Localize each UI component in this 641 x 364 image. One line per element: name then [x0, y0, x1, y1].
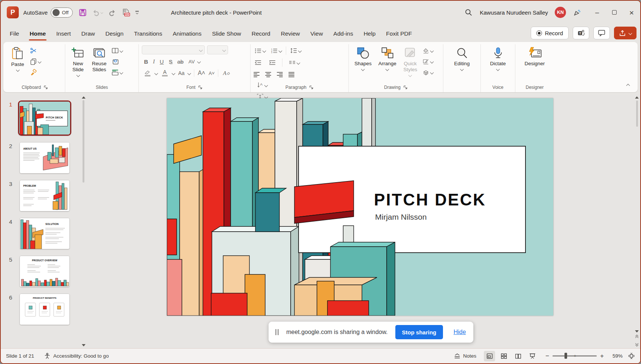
- drawing-dialog-launcher-icon[interactable]: [404, 85, 408, 90]
- accessibility-status[interactable]: Accessibility: Good to go: [44, 353, 109, 360]
- undo-button[interactable]: [92, 8, 103, 16]
- highlight-color-button[interactable]: [143, 70, 152, 76]
- record-button[interactable]: Record: [531, 27, 569, 39]
- align-center-button[interactable]: [265, 72, 271, 77]
- fit-slide-button[interactable]: [628, 352, 635, 360]
- tab-home[interactable]: Home: [24, 26, 51, 42]
- section-button[interactable]: [111, 68, 124, 76]
- align-left-button[interactable]: [254, 72, 260, 77]
- strikethrough-button[interactable]: ab: [177, 58, 184, 65]
- zoom-in-button[interactable]: +: [600, 352, 604, 360]
- new-slide-button[interactable]: New Slide: [68, 45, 88, 78]
- thumbnail-slide-1[interactable]: 1 PITCH DECK: [1, 100, 80, 136]
- quick-styles-button[interactable]: Quick Styles: [401, 45, 420, 78]
- notes-button[interactable]: Notes: [454, 353, 476, 359]
- italic-button[interactable]: I: [153, 58, 155, 65]
- tab-design[interactable]: Design: [100, 26, 129, 42]
- font-size-combo[interactable]: [207, 45, 228, 54]
- line-spacing-button[interactable]: [289, 46, 302, 55]
- tab-add-ins[interactable]: Add-ins: [328, 26, 359, 42]
- scrollbar-thumb[interactable]: [636, 100, 638, 127]
- tab-record[interactable]: Record: [246, 26, 276, 42]
- font-color-dropdown-icon[interactable]: [172, 71, 176, 75]
- zoom-slider-thumb[interactable]: [564, 353, 567, 359]
- format-painter-button[interactable]: [29, 68, 42, 76]
- tab-draw[interactable]: Draw: [76, 26, 100, 42]
- slide-canvas[interactable]: PITCH DECK Mirjam Nilsson: [167, 98, 553, 316]
- zoom-level[interactable]: 59%: [609, 353, 623, 359]
- tab-transitions[interactable]: Transitions: [129, 26, 167, 42]
- paste-button[interactable]: Paste: [8, 45, 27, 72]
- teams-share-button[interactable]: T: [573, 27, 589, 39]
- minimize-button[interactable]: –: [588, 7, 606, 18]
- bold-button[interactable]: B: [144, 58, 148, 65]
- close-button[interactable]: ×: [623, 7, 640, 18]
- tab-animations[interactable]: Animations: [167, 26, 207, 42]
- search-button[interactable]: [464, 8, 473, 17]
- share-button[interactable]: [614, 27, 636, 39]
- paragraph-dialog-launcher-icon[interactable]: [309, 85, 314, 90]
- comments-button[interactable]: [593, 27, 610, 39]
- scroll-down-arrow-icon[interactable]: [635, 330, 639, 333]
- tab-foxit-pdf[interactable]: Foxit PDF: [381, 26, 417, 42]
- redo-button[interactable]: [108, 8, 116, 16]
- zoom-out-button[interactable]: −: [545, 352, 549, 360]
- font-name-combo[interactable]: [142, 45, 205, 54]
- thumbnail-slide-2[interactable]: 2 ABOUT US: [1, 142, 80, 174]
- reset-slide-button[interactable]: [111, 57, 124, 66]
- editing-button[interactable]: Editing: [448, 45, 476, 72]
- scroll-down-arrow-icon[interactable]: [82, 344, 86, 346]
- tab-view[interactable]: View: [305, 26, 328, 42]
- editor-scrollbar[interactable]: [633, 94, 640, 348]
- increase-indent-button[interactable]: [268, 58, 277, 67]
- copy-button[interactable]: [29, 57, 42, 66]
- scroll-up-arrow-icon[interactable]: [82, 96, 86, 99]
- normal-view-button[interactable]: [484, 351, 495, 361]
- tab-insert[interactable]: Insert: [51, 26, 76, 42]
- autosave-toggle[interactable]: AutoSave Off: [23, 7, 73, 18]
- align-right-button[interactable]: [277, 72, 283, 77]
- change-case-button[interactable]: Aa: [178, 70, 185, 76]
- feedback-button[interactable]: [573, 8, 582, 17]
- tab-review[interactable]: Review: [276, 26, 305, 42]
- clipboard-dialog-launcher-icon[interactable]: [44, 85, 48, 90]
- scroll-up-arrow-icon[interactable]: [635, 96, 639, 99]
- maximize-button[interactable]: [606, 7, 623, 18]
- change-case-dropdown-icon[interactable]: [188, 71, 191, 75]
- shape-effects-button[interactable]: [422, 68, 434, 76]
- shrink-font-button[interactable]: A˅: [209, 70, 215, 76]
- slide-indicator[interactable]: Slide 1 of 21: [6, 353, 34, 359]
- tab-slide-show[interactable]: Slide Show: [207, 26, 246, 42]
- arrange-button[interactable]: Arrange: [376, 45, 399, 72]
- next-slide-button[interactable]: [636, 342, 638, 347]
- font-dialog-launcher-icon[interactable]: [198, 85, 203, 90]
- numbering-button[interactable]: 123: [270, 46, 283, 55]
- thumbnail-slide-3[interactable]: 3 PROBLEM: [1, 180, 80, 211]
- tab-help[interactable]: Help: [358, 26, 381, 42]
- columns-button[interactable]: [288, 58, 301, 67]
- justify-button[interactable]: [288, 72, 294, 77]
- dictate-button[interactable]: Dictate: [487, 45, 508, 72]
- slide-subtitle[interactable]: Mirjam Nilsson: [375, 213, 427, 221]
- bullets-button[interactable]: [254, 46, 267, 55]
- avatar[interactable]: KN: [555, 7, 566, 18]
- clear-formatting-button[interactable]: A: [222, 69, 231, 77]
- thumbnail-slide-6[interactable]: 6 PRODUCT BENEFITS: [1, 294, 80, 325]
- highlight-dropdown-icon[interactable]: [155, 71, 158, 75]
- underline-button[interactable]: U: [160, 58, 164, 65]
- customize-quick-access-button[interactable]: [135, 11, 139, 14]
- thumbnail-scrollbar[interactable]: [80, 94, 87, 348]
- save-button[interactable]: [79, 9, 87, 16]
- shapes-button[interactable]: Shapes: [352, 45, 374, 72]
- account-name[interactable]: Kawusara Nurudeen Salley: [480, 9, 548, 16]
- powerpoint-app-icon[interactable]: P: [7, 6, 19, 18]
- zoom-slider[interactable]: +: [552, 355, 597, 357]
- slide-title[interactable]: PITCH DECK: [374, 190, 486, 209]
- foxit-pdf-button[interactable]: PDF: [122, 8, 130, 17]
- font-color-button[interactable]: A: [161, 70, 169, 76]
- decrease-indent-button[interactable]: [254, 58, 263, 67]
- slide-show-button[interactable]: [527, 351, 538, 361]
- shape-fill-button[interactable]: [422, 46, 434, 55]
- slide-sorter-view-button[interactable]: [498, 351, 509, 361]
- shape-outline-button[interactable]: [422, 57, 434, 66]
